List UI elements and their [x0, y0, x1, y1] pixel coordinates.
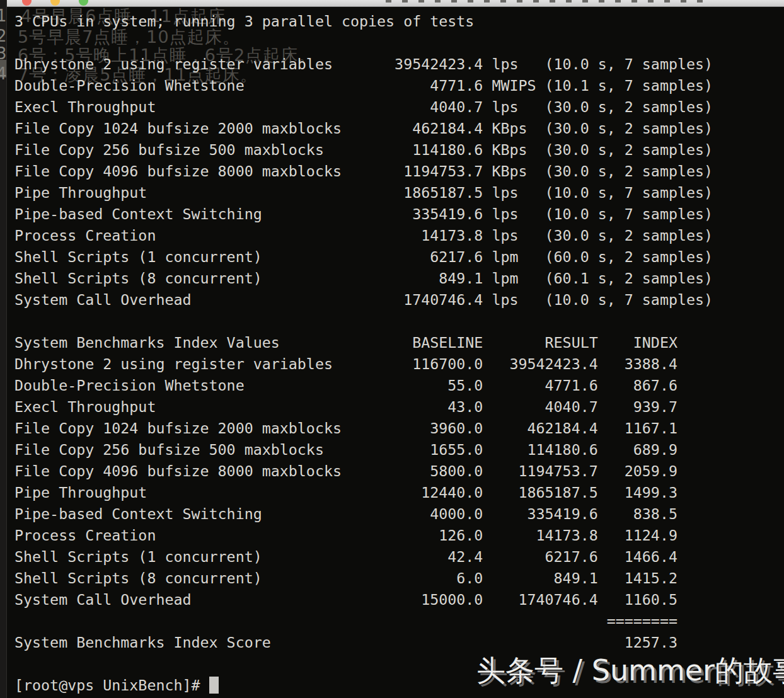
terminal-output: 3 CPUs in system; running 3 parallel cop…: [14, 11, 713, 653]
line-number: 3: [0, 45, 7, 62]
channel-watermark: 头条号 / Summer的故事: [476, 653, 784, 688]
terminal-prompt-line[interactable]: [root@vps UnixBench]#: [14, 675, 219, 696]
zoom-button[interactable]: [79, 0, 88, 6]
screenshot-root: 4号早晨6点睡，11点起床。 5号早晨7点睡，10点起床。 6号：5号晚上11点…: [0, 0, 784, 698]
line-number: 1: [0, 8, 7, 24]
window-titlebar: [7, 0, 784, 7]
terminal-prompt: [root@vps UnixBench]#: [14, 677, 209, 694]
terminal-cursor: [209, 677, 219, 694]
minimize-button[interactable]: [50, 0, 60, 6]
titlebar-title-clipped: [386, 0, 710, 3]
close-button[interactable]: [22, 0, 32, 6]
line-number: 2: [0, 28, 7, 44]
editor-line-number-gutter: 1 2 3 4: [0, 0, 7, 698]
line-number: 4: [0, 66, 7, 82]
